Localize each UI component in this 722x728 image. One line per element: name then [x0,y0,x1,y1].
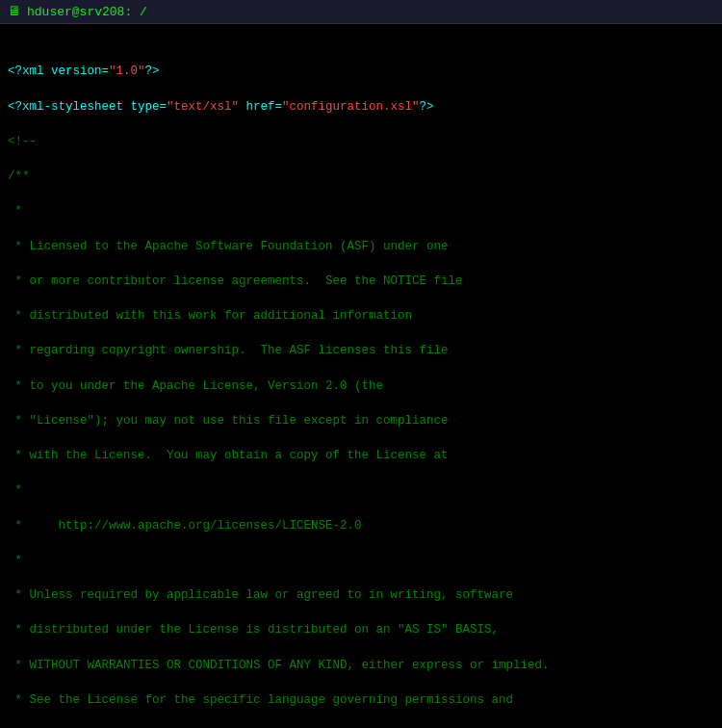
line-to-you: * to you under the Apache License, Versi… [8,377,714,395]
line-blank-star3: * [8,552,714,569]
line-distributed-with: * distributed with this work for additio… [8,307,714,325]
line-blank-star2: * [8,481,714,499]
title-text: hduser@srv208: / [27,5,147,19]
terminal-icon: 🖥 [8,4,21,19]
line-doc-open: /** [8,168,714,185]
line-license-quote: * "License"); you may not use this file … [8,412,714,429]
line-see-the: * See the License for the specific langu… [8,691,714,709]
line-without-warranties: * WITHOUT WARRANTIES OR CONDITIONS OF AN… [8,657,714,674]
line-regarding: * regarding copyright ownership. The ASF… [8,342,714,359]
line-blank-star1: * [8,202,714,220]
line-with-the: * with the License. You may obtain a cop… [8,447,714,464]
line-or-more: * or more contributor license agreements… [8,273,714,290]
line-xml-decl: <?xml version="1.0"?> [8,63,714,80]
title-bar: 🖥 hduser@srv208: / [0,0,722,24]
line-distributed-under: * distributed under the License is distr… [8,621,714,638]
line-xml-stylesheet: <?xml-stylesheet type="text/xsl" href="c… [8,98,714,116]
code-area: <?xml version="1.0"?> <?xml-stylesheet t… [0,24,722,728]
line-unless: * Unless required by applicable law or a… [8,586,714,604]
line-comment-open: <!-- [8,133,714,150]
line-licensed: * Licensed to the Apache Software Founda… [8,238,714,255]
line-url: * http://www.apache.org/licenses/LICENSE… [8,517,714,534]
